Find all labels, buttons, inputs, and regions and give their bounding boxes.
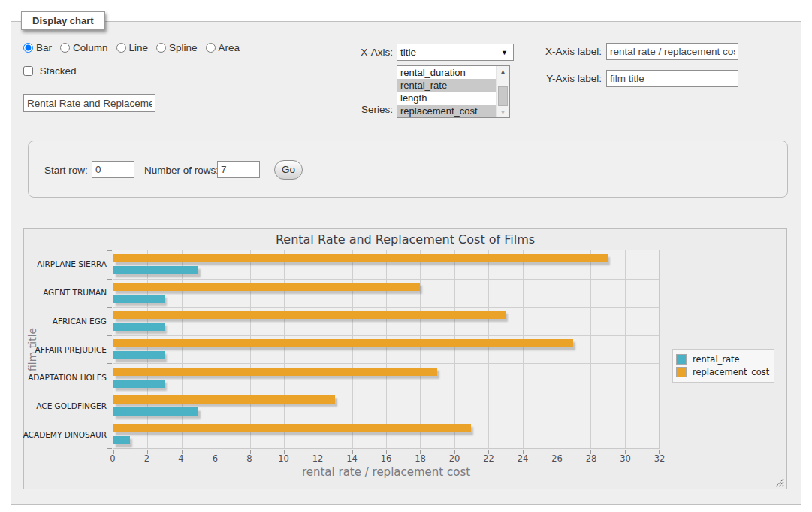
- category-band: [113, 363, 659, 392]
- x-tick-label: 18: [415, 453, 426, 464]
- category-band: [113, 335, 659, 364]
- legend-item: rental_rate: [676, 354, 769, 365]
- x-tick-label: 24: [518, 453, 529, 464]
- chevron-down-icon: ▼: [501, 49, 508, 56]
- num-rows-label: Number of rows:: [144, 165, 219, 176]
- x-tick-label: 28: [586, 453, 597, 464]
- y-category-label: ADAPTATION HOLES: [28, 373, 107, 382]
- bar-rental_rate: [113, 407, 198, 416]
- series-option-length[interactable]: length: [397, 92, 497, 105]
- x-tick-label: 6: [213, 453, 218, 464]
- bar-rental_rate: [113, 436, 130, 444]
- category-band: [113, 420, 659, 448]
- chart-type-option-label: Bar: [36, 42, 52, 53]
- series-option-replacement_cost[interactable]: replacement_cost: [397, 105, 497, 117]
- bar-replacement_cost: [113, 339, 573, 347]
- legend-label: rental_rate: [693, 354, 740, 365]
- panel-legend: Display chart: [21, 11, 105, 30]
- scrollbar-thumb[interactable]: [498, 86, 508, 106]
- chart-type-option-label: Area: [219, 42, 240, 53]
- bar-replacement_cost: [113, 368, 437, 376]
- display-chart-panel: Display chart BarColumnLineSplineArea St…: [11, 21, 801, 505]
- page: Display chart BarColumnLineSplineArea St…: [0, 0, 812, 512]
- x-tick-label: 32: [654, 453, 666, 464]
- start-row-input[interactable]: [92, 161, 134, 178]
- y-axis-tick: [107, 448, 112, 449]
- go-button[interactable]: Go: [274, 160, 303, 180]
- x-tick-label: 14: [346, 453, 358, 464]
- series-listbox[interactable]: rental_durationrental_ratelengthreplacem…: [397, 65, 510, 118]
- x-axis-label-input[interactable]: [606, 43, 738, 60]
- y-axis-tick: [107, 363, 112, 364]
- bar-rental_rate: [113, 380, 165, 388]
- stacked-label: Stacked: [40, 65, 77, 77]
- y-category-label: ACE GOLDFINGER: [36, 401, 107, 411]
- chart-type-option-bar[interactable]: Bar: [23, 42, 52, 53]
- series-option-rental_rate[interactable]: rental_rate: [397, 79, 497, 92]
- chart-type-radio-bar[interactable]: [23, 43, 33, 53]
- bar-rental_rate: [113, 323, 165, 331]
- x-tick-label: 30: [620, 453, 631, 464]
- chart-x-axis-label: rental rate / replacement cost: [113, 465, 660, 479]
- row-controls-panel: Start row: Number of rows: Go: [28, 141, 788, 198]
- series-select-label: Series:: [349, 104, 393, 115]
- x-axis-selected-value: title: [400, 47, 416, 58]
- chart-type-option-label: Spline: [169, 42, 198, 53]
- series-option-rental_duration[interactable]: rental_duration: [397, 66, 497, 79]
- legend-label: replacement_cost: [693, 367, 769, 377]
- y-category-label: AGENT TRUMAN: [43, 288, 107, 297]
- resize-handle-icon[interactable]: [775, 477, 784, 486]
- chart-type-radios: BarColumnLineSplineArea: [23, 42, 248, 53]
- chart-title: Rental Rate and Replacement Cost of Film…: [24, 232, 786, 247]
- chart-type-radio-area[interactable]: [206, 43, 216, 53]
- chart-x-tick-labels: 02468101214161820222426283032: [113, 453, 660, 464]
- x-tick-label: 12: [312, 453, 324, 464]
- series-options: rental_durationrental_ratelengthreplacem…: [397, 66, 497, 117]
- chart-type-option-area[interactable]: Area: [206, 42, 240, 53]
- y-axis-label-input[interactable]: [606, 70, 738, 87]
- legend-swatch-replacement_cost: [676, 367, 687, 377]
- scroll-up-icon[interactable]: ▲: [497, 66, 509, 77]
- x-tick-label: 0: [110, 453, 115, 464]
- x-tick-label: 10: [278, 453, 289, 464]
- x-tick-label: 2: [144, 453, 149, 464]
- chart-type-option-line[interactable]: Line: [116, 42, 149, 53]
- legend-swatch-rental_rate: [676, 354, 687, 365]
- chart-title-input[interactable]: [23, 94, 155, 112]
- bar-rental_rate: [113, 351, 165, 359]
- plot-area: [113, 250, 660, 449]
- start-row-label: Start row:: [44, 165, 88, 176]
- y-category-label: AFRICAN EGG: [53, 317, 107, 326]
- chart-type-option-spline[interactable]: Spline: [156, 42, 198, 53]
- chart-container: Rental Rate and Replacement Cost of Film…: [23, 228, 787, 489]
- y-axis-tick: [107, 392, 112, 392]
- bar-replacement_cost: [113, 254, 608, 262]
- y-axis-tick: [107, 250, 112, 251]
- x-axis-label-label: X-Axis label:: [519, 46, 602, 57]
- chart-y-category-labels: AIRPLANE SIERRAAGENT TRUMANAFRICAN EGGAF…: [24, 250, 108, 449]
- bar-replacement_cost: [113, 283, 420, 291]
- chart-type-option-label: Column: [73, 42, 108, 53]
- x-tick-label: 16: [381, 453, 392, 464]
- x-tick-label: 26: [551, 453, 563, 464]
- y-axis-label-label: Y-Axis label:: [519, 73, 602, 84]
- chart-type-radio-line[interactable]: [116, 43, 126, 53]
- y-axis-tick: [107, 279, 112, 280]
- scroll-down-icon[interactable]: ▼: [497, 107, 509, 117]
- num-rows-input[interactable]: [217, 161, 260, 178]
- chart-type-option-column[interactable]: Column: [60, 42, 108, 53]
- stacked-checkbox[interactable]: [23, 66, 33, 76]
- x-axis-select[interactable]: title ▼: [397, 44, 514, 61]
- stacked-option[interactable]: Stacked: [23, 65, 77, 77]
- y-category-label: ACADEMY DINOSAUR: [23, 430, 107, 439]
- y-axis-tick: [107, 335, 112, 336]
- y-axis-tick: [107, 420, 112, 420]
- series-scrollbar[interactable]: ▲ ▼: [496, 66, 509, 117]
- x-tick-label: 4: [178, 453, 183, 464]
- chart-type-radio-spline[interactable]: [156, 43, 166, 53]
- y-category-label: AFFAIR PREJUDICE: [35, 345, 107, 354]
- chart-type-radio-column[interactable]: [60, 43, 70, 53]
- x-axis-select-label: X-Axis:: [349, 47, 393, 58]
- category-band: [113, 307, 659, 335]
- bar-replacement_cost: [113, 311, 506, 319]
